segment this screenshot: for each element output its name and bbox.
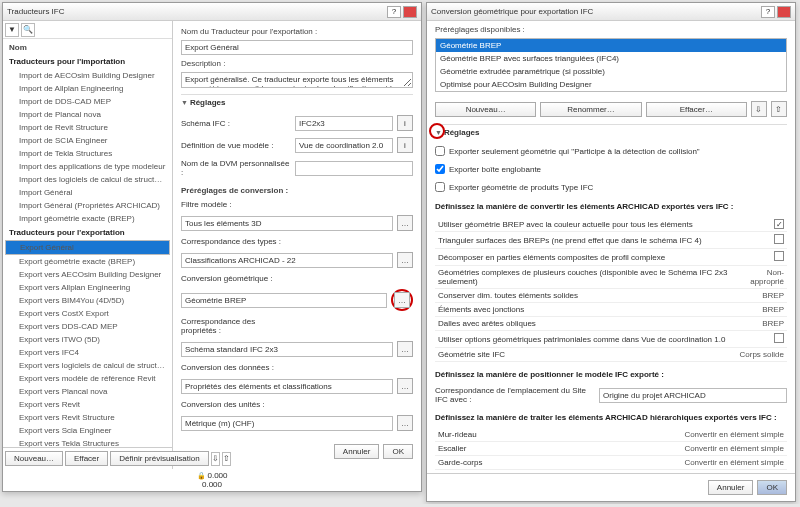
translator-item[interactable]: Import de Tekla Structures xyxy=(5,147,170,160)
schema-info-icon[interactable]: i xyxy=(397,115,413,131)
rename-button[interactable]: Renommer… xyxy=(540,102,641,117)
position-select[interactable]: Origine du projet ARCHICAD xyxy=(599,388,787,403)
translator-item[interactable]: Export vers Scia Engineer xyxy=(5,424,170,437)
preset-item[interactable]: Géométrie BREP xyxy=(436,39,786,52)
data-btn[interactable]: … xyxy=(397,378,413,394)
translator-item[interactable]: Import de DDS-CAD MEP xyxy=(5,95,170,108)
settings-header[interactable]: Réglages xyxy=(181,94,413,110)
translator-item[interactable]: Import géométrie exacte (BREP) xyxy=(5,212,170,225)
filter-select[interactable]: Tous les éléments 3D xyxy=(181,216,393,231)
translator-item[interactable]: Export vers iTWO (5D) xyxy=(5,333,170,346)
unit-btn[interactable]: … xyxy=(397,415,413,431)
translators-dialog: Traducteurs IFC ? ▼ 🔍 Nom Traducteurs po… xyxy=(2,2,422,492)
geom-select[interactable]: Géométrie BREP xyxy=(181,293,387,308)
mvd-info-icon[interactable]: i xyxy=(397,137,413,153)
schema-select[interactable]: IFC2x3 xyxy=(295,116,393,131)
desc-input[interactable] xyxy=(181,72,413,88)
translator-item[interactable]: Export vers Allplan Engineering xyxy=(5,281,170,294)
titlebar: Traducteurs IFC ? xyxy=(3,3,421,21)
translator-item[interactable]: Export vers Revit Structure xyxy=(5,411,170,424)
def2-header: Définissez la manière de positionner le … xyxy=(435,366,787,381)
def3-header: Définissez la manière de traiter les élé… xyxy=(435,409,787,424)
translator-item[interactable]: Import Général (Propriétés ARCHICAD) xyxy=(5,199,170,212)
delete-button[interactable]: Effacer… xyxy=(646,102,747,117)
translator-item[interactable]: Export vers DDS-CAD MEP xyxy=(5,320,170,333)
window-title: Conversion géométrique pour exportation … xyxy=(431,7,593,16)
data-select[interactable]: Propriétés des éléments et classificatio… xyxy=(181,379,393,394)
translator-item[interactable]: Import de Allplan Engineering xyxy=(5,82,170,95)
translator-item[interactable]: Export Général xyxy=(5,240,170,255)
translator-item[interactable]: Import de SCIA Engineer xyxy=(5,134,170,147)
translator-item[interactable]: Export vers modèle de référence Revit xyxy=(5,372,170,385)
new-button[interactable]: Nouveau… xyxy=(435,102,536,117)
translator-item[interactable]: Import de AECOsim Building Designer xyxy=(5,69,170,82)
translator-item[interactable]: Import des applications de type modeleur xyxy=(5,160,170,173)
form-panel: Nom du Traducteur pour l'exportation : D… xyxy=(173,21,421,469)
translator-item[interactable]: Export vers CostX Export xyxy=(5,307,170,320)
desc-label: Description : xyxy=(181,59,413,68)
type-select[interactable]: Classifications ARCHICAD - 22 xyxy=(181,253,393,268)
geometry-conversion-dialog: Conversion géométrique pour exportation … xyxy=(426,2,796,502)
translator-tree: Nom Traducteurs pour l'importation Impor… xyxy=(3,39,172,447)
export-icon[interactable]: ⇧ xyxy=(771,101,787,117)
translator-item[interactable]: Export vers Plancal nova xyxy=(5,385,170,398)
col-header: Nom xyxy=(5,41,170,54)
settings-header[interactable]: ↗ Réglages xyxy=(435,124,787,140)
collision-checkbox[interactable]: Exporter seulement géométrie qui "Partic… xyxy=(435,144,787,158)
typegeom-checkbox[interactable]: Exporter géométrie de produits Type IFC xyxy=(435,180,787,194)
translator-item[interactable]: Import de Plancal nova xyxy=(5,108,170,121)
translator-item[interactable]: Export vers IFC4 xyxy=(5,346,170,359)
def1-header: Définissez la manière de convertir les é… xyxy=(435,198,787,213)
geom-btn[interactable]: … xyxy=(394,292,410,308)
search-icon[interactable]: 🔍 xyxy=(21,23,35,37)
help-icon[interactable]: ? xyxy=(387,6,401,18)
translator-item[interactable]: Import Général xyxy=(5,186,170,199)
translator-item[interactable]: Export vers Tekla Structures xyxy=(5,437,170,447)
import-group[interactable]: Traducteurs pour l'importation xyxy=(5,54,170,69)
presets-label: Préréglages disponibles : xyxy=(435,25,787,34)
titlebar: Conversion géométrique pour exportation … xyxy=(427,3,795,21)
status-coord: 🔒 0.0000.000 xyxy=(3,469,421,491)
translator-item[interactable]: Export vers AECOsim Building Designer xyxy=(5,268,170,281)
export-group[interactable]: Traducteurs pour l'exportation xyxy=(5,225,170,240)
translator-item[interactable]: Export géométrie exacte (BREP) xyxy=(5,255,170,268)
close-icon[interactable] xyxy=(777,6,791,18)
conv-header: Préréglages de conversion : xyxy=(181,186,413,195)
prop-btn[interactable]: … xyxy=(397,341,413,357)
ok-button[interactable]: OK xyxy=(757,480,787,495)
unit-select[interactable]: Métrique (m) (CHF) xyxy=(181,416,393,431)
preset-item[interactable]: Optimisé pour AECOsim Building Designer xyxy=(436,78,786,91)
new-button[interactable]: Nouveau… xyxy=(5,451,63,466)
conversion-table: Utiliser géométrie BREP avec la couleur … xyxy=(435,217,787,362)
hierarchy-table: Mur-rideauConvertir en élément simpleEsc… xyxy=(435,428,787,470)
ok-button[interactable]: OK xyxy=(383,444,413,459)
filter-btn[interactable]: … xyxy=(397,215,413,231)
translator-item[interactable]: Import de Revit Structure xyxy=(5,121,170,134)
preset-item[interactable]: Géométrie extrudée paramétrique (si poss… xyxy=(436,65,786,78)
prop-select[interactable]: Schéma standard IFC 2x3 xyxy=(181,342,393,357)
window-title: Traducteurs IFC xyxy=(7,7,65,16)
close-icon[interactable] xyxy=(403,6,417,18)
bbox-checkbox[interactable]: Exporter boîte englobante xyxy=(435,162,787,176)
import-icon[interactable]: ⇩ xyxy=(751,101,767,117)
preset-item[interactable]: Géométrie BREP avec surfaces triangulées… xyxy=(436,52,786,65)
filter-icon[interactable]: ▼ xyxy=(5,23,19,37)
cancel-button[interactable]: Annuler xyxy=(334,444,380,459)
translator-item[interactable]: Export vers Revit xyxy=(5,398,170,411)
help-icon[interactable]: ? xyxy=(761,6,775,18)
delete-button[interactable]: Effacer xyxy=(65,451,108,466)
name-label: Nom du Traducteur pour l'exportation : xyxy=(181,27,413,36)
dvm-input[interactable] xyxy=(295,161,413,176)
name-input[interactable] xyxy=(181,40,413,55)
translator-item[interactable]: Export vers BIM4You (4D/5D) xyxy=(5,294,170,307)
sidebar: ▼ 🔍 Nom Traducteurs pour l'importation I… xyxy=(3,21,173,469)
mvd-select[interactable]: Vue de coordination 2.0 xyxy=(295,138,393,153)
translator-item[interactable]: Export vers logiciels de calcul de struc… xyxy=(5,359,170,372)
translator-item[interactable]: Import des logiciels de calcul de struct… xyxy=(5,173,170,186)
cancel-button[interactable]: Annuler xyxy=(708,480,754,495)
type-btn[interactable]: … xyxy=(397,252,413,268)
